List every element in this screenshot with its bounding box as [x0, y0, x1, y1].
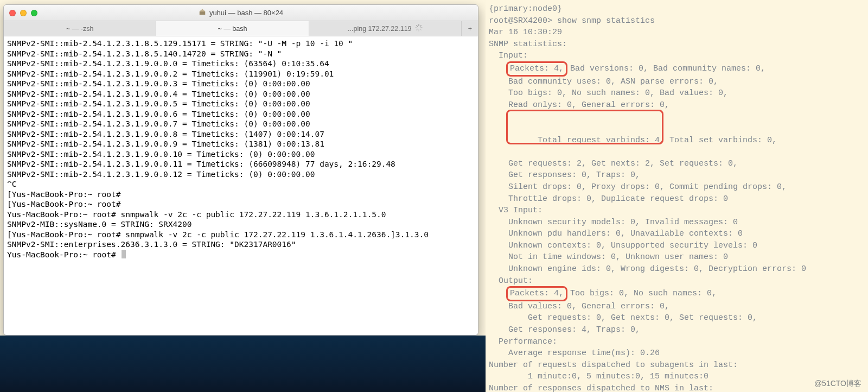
- cursor-icon: [122, 250, 126, 258]
- stat-text: Throttle drops: 0, Duplicate request dro…: [489, 193, 864, 205]
- titlebar: yuhui — bash — 80×24: [4, 5, 478, 21]
- svg-line-6: [416, 29, 417, 30]
- home-icon: [199, 8, 206, 17]
- stat-text: Get requests: 0, Get nexts: 0, Set reque…: [489, 312, 864, 324]
- stat-text: Unknown engine ids: 0, Wrong digests: 0,…: [489, 263, 864, 275]
- stat-text: Total request varbinds: 4, To: [538, 136, 679, 145]
- gets-block: Total request varbinds: 4, Total set var…: [489, 111, 864, 157]
- stat-text: Bad versions: 0, Bad community names: 0,: [565, 64, 765, 73]
- tab-ping[interactable]: ...ping 172.27.22.119: [309, 21, 462, 36]
- performance-section-label: Performance:: [489, 336, 864, 348]
- stat-text: Too bigs: 0, No such names: 0, Bad value…: [489, 87, 864, 99]
- tab-zsh[interactable]: ~ — -zsh: [4, 21, 156, 36]
- terminal-window: yuhui — bash — 80×24 ~ — -zsh ~ — bash .…: [3, 4, 478, 336]
- snmp-output: {primary:node0} root@SRX4200> show snmp …: [489, 3, 864, 392]
- stat-text: Get responses: 4, Traps: 0,: [489, 324, 864, 336]
- stat-text: tal set varbinds: 0,: [679, 136, 777, 145]
- spinner-icon: [415, 24, 423, 33]
- svg-line-5: [420, 29, 421, 30]
- plus-icon: +: [468, 25, 472, 33]
- stat-text: Unknown contexts: 0, Unsupported securit…: [489, 240, 864, 252]
- stat-text: Bad values: 0, General errors: 0,: [489, 301, 864, 313]
- timestamp: Mar 16 10:30:29: [489, 27, 864, 39]
- stat-text: Too bigs: 0, No such names: 0,: [565, 289, 717, 298]
- terminal-body[interactable]: SNMPv2-SMI::mib-2.54.1.2.3.1.8.5.129.151…: [4, 36, 478, 335]
- tab-label: ~ — bash: [218, 25, 247, 33]
- svg-line-4: [416, 26, 417, 27]
- stat-text: Silent drops: 0, Proxy drops: 0, Commit …: [489, 181, 864, 193]
- stat-text: Set requests: 0,: [655, 159, 738, 168]
- cli-command: show snmp statistics: [557, 16, 655, 26]
- stat-text: Get responses: 0, Traps: 0,: [489, 169, 864, 181]
- routing-context: {primary:node0}: [489, 3, 864, 15]
- stats-header: SNMP statistics:: [489, 39, 864, 50]
- window-title-text: yuhui — bash — 80×24: [209, 9, 283, 17]
- desktop-background: [0, 336, 486, 392]
- stat-text: 1 minute:0, 5 minutes:0, 15 minutes:0: [489, 371, 864, 383]
- cli-prompt: root@SRX4200>: [489, 16, 557, 26]
- svg-line-7: [420, 26, 421, 27]
- stat-text: Average response time(ms): 0.26: [489, 347, 864, 359]
- input-section-label: Input:: [489, 50, 864, 62]
- cli-prompt-line: root@SRX4200> show snmp statistics: [489, 15, 864, 27]
- input-packets-line: Packets: 4, Bad versions: 0, Bad communi…: [489, 62, 864, 76]
- window-title: yuhui — bash — 80×24: [4, 8, 478, 17]
- stat-text: Bad community uses: 0, ASN parse errors:…: [489, 76, 864, 88]
- output-section-label: Output:: [489, 275, 864, 287]
- tab-label: ~ — -zsh: [66, 25, 93, 33]
- stat-text: Not in time windows: 0, Unknown user nam…: [489, 251, 864, 263]
- tab-label: ...ping 172.27.22.119: [348, 25, 411, 33]
- get-requests-line: Get requests: 2, Get nexts: 2, Set reque…: [489, 158, 864, 170]
- highlight-output-packets: Packets: 4,: [506, 286, 567, 301]
- stat-text: Number of responses dispatched to NMS in…: [489, 383, 864, 392]
- watermark: @51CTO博客: [814, 379, 861, 389]
- tab-bar: ~ — -zsh ~ — bash ...ping 172.27.22.119 …: [4, 21, 478, 36]
- stat-text: Get requests: 2, Get nexts: 2,: [508, 159, 655, 168]
- stat-text: Unknown pdu handlers: 0, Unavailable con…: [489, 228, 864, 240]
- highlight-input-packets: Packets: 4,: [506, 61, 567, 77]
- stat-text: Number of requests dispatched to subagen…: [489, 359, 864, 371]
- snmp-stats-panel: {primary:node0} root@SRX4200> show snmp …: [486, 0, 868, 392]
- stat-text: Unknown security models: 0, Invalid mess…: [489, 217, 864, 229]
- stat-text: Read onlys: 0, General errors: 0,: [489, 99, 864, 111]
- tab-bash[interactable]: ~ — bash: [156, 21, 309, 36]
- terminal-output: SNMPv2-SMI::mib-2.54.1.2.3.1.8.5.129.151…: [7, 39, 475, 260]
- output-packets-line: Packets: 4, Too bigs: 0, No such names: …: [489, 287, 864, 301]
- new-tab-button[interactable]: +: [462, 21, 478, 36]
- v3-section-label: V3 Input:: [489, 205, 864, 217]
